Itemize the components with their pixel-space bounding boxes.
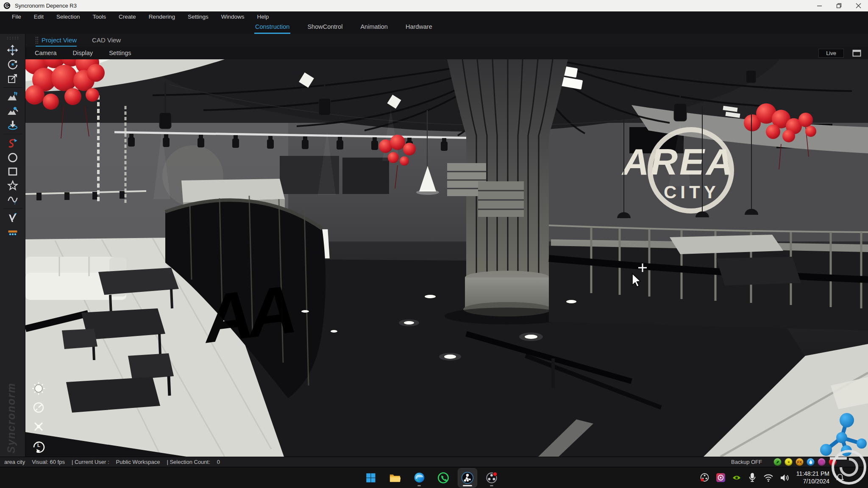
water-indicator[interactable] (807, 458, 815, 466)
restore-button[interactable] (829, 0, 849, 11)
menu-settings[interactable]: Settings (188, 14, 209, 20)
title-bar: Syncronorm Depence R3 (0, 0, 868, 11)
rectangle-tool-button[interactable] (5, 164, 21, 178)
fps-readout: Visual: 60 fps (32, 459, 65, 465)
menu-help[interactable]: Help (257, 14, 269, 20)
rotate-tool-button[interactable] (5, 57, 21, 71)
place-drop-tool-button[interactable] (5, 118, 21, 132)
menu-file[interactable]: File (12, 14, 21, 20)
whatsapp-button[interactable] (434, 469, 453, 487)
toolbar-separator (3, 208, 22, 209)
star-tool-button[interactable] (5, 178, 21, 192)
toolbar-grip[interactable] (6, 36, 19, 40)
running-indicator (490, 485, 493, 486)
toolbar-separator (3, 87, 22, 88)
close-button[interactable] (849, 0, 868, 11)
menu-selection[interactable]: Selection (56, 14, 80, 20)
scene-3d: AA AA (25, 59, 868, 457)
display-menu[interactable]: Display (73, 50, 93, 56)
settings-menu[interactable]: Settings (109, 50, 131, 56)
status-bar: area city Visual: 60 fps | Current User … (0, 457, 868, 467)
area-city-line1: AREA (621, 141, 734, 183)
tab-animation[interactable]: Animation (359, 23, 388, 34)
viewport-3d[interactable]: AA AA (25, 59, 868, 457)
running-indicator (417, 485, 421, 486)
menu-rendering[interactable]: Rendering (149, 14, 175, 20)
app-window: Syncronorm Depence R3 File Edit Selectio… (0, 0, 868, 488)
fx-indicator[interactable]: FX (796, 458, 804, 466)
selection-count-value: 0 (217, 459, 220, 465)
terrain-paint-tool-button[interactable] (5, 104, 21, 118)
minimize-button[interactable] (810, 0, 829, 11)
taskbar: 11:48:21 PM 7/10/2024 (0, 467, 868, 488)
window-title: Syncronorm Depence R3 (15, 3, 77, 9)
menu-create[interactable]: Create (119, 14, 136, 20)
nvidia-tray-icon[interactable] (732, 474, 741, 482)
workspace-name: Public Workspace (116, 459, 160, 465)
orbit-glyph: L (37, 443, 40, 448)
main-tab-bar: Construction ShowControl Animation Hardw… (0, 22, 868, 34)
tab-grip-icon (36, 37, 38, 44)
terrain-raise-tool-button[interactable] (5, 90, 21, 104)
circle-tool-button[interactable] (5, 150, 21, 164)
tab-cad-view[interactable]: CAD View (92, 36, 121, 47)
backup-status: Backup OFF (731, 459, 762, 465)
area-city-line2: CITY (664, 182, 720, 202)
obs-icon (486, 472, 498, 484)
wifi-icon[interactable] (763, 474, 773, 482)
selection-count-label: | Selection Count: (167, 459, 210, 465)
start-button[interactable] (362, 469, 380, 487)
menu-edit[interactable]: Edit (34, 14, 44, 20)
live-button[interactable]: Live (818, 49, 844, 58)
magenta-indicator[interactable] (818, 458, 826, 466)
whatsapp-icon (437, 472, 449, 484)
depence-app-button[interactable] (458, 469, 477, 487)
project-name: area city (4, 459, 25, 465)
clock-time: 11:48:21 PM (796, 470, 829, 478)
tab-project-view-label: Project View (42, 36, 77, 44)
spline-tool-button[interactable] (5, 136, 21, 150)
tab-construction[interactable]: Construction (254, 23, 290, 34)
recorder-tray-icon[interactable] (716, 473, 726, 482)
tab-showcontrol[interactable]: ShowControl (306, 23, 343, 34)
clock-date: 7/10/2024 (796, 478, 829, 485)
menu-bar: File Edit Selection Tools Create Renderi… (0, 11, 868, 22)
windows-start-icon (365, 472, 376, 483)
window-mode-icon[interactable] (852, 50, 861, 57)
edge-icon (413, 472, 425, 483)
taskbar-clock[interactable]: 11:48:21 PM 7/10/2024 (796, 470, 829, 485)
microphone-icon[interactable] (748, 473, 757, 482)
tab-project-view[interactable]: Project View (36, 36, 77, 47)
scene-indicator[interactable] (773, 458, 782, 466)
app-logo-icon (3, 2, 11, 9)
window-controls (810, 0, 868, 11)
syncronorm-watermark: Syncronorm (5, 383, 17, 453)
curve-function-tool-button[interactable]: f (5, 192, 21, 206)
file-explorer-button[interactable] (386, 469, 404, 487)
camera-menu[interactable]: Camera (35, 50, 57, 56)
view-tab-bar: Project View CAD View (25, 34, 868, 47)
depence-watermark-logo (828, 447, 868, 487)
truss-cart-tool-button[interactable] (5, 225, 21, 239)
obs-button[interactable] (482, 469, 501, 487)
taskbar-apps (362, 469, 501, 487)
volume-icon[interactable] (780, 474, 790, 482)
active-indicator (463, 485, 472, 486)
move-tool-button[interactable] (5, 43, 21, 57)
tab-hardware[interactable]: Hardware (405, 23, 433, 34)
marker-tool-button[interactable] (5, 211, 21, 225)
viewport-toolbar: Camera Display Settings Live (25, 47, 868, 59)
menu-windows[interactable]: Windows (221, 14, 245, 20)
folder-icon (389, 472, 401, 483)
railing-monogram: AA (198, 271, 296, 357)
obs-tray-icon[interactable] (700, 473, 709, 482)
left-toolbar: f Syncronorm (0, 34, 25, 457)
tab-cad-view-label: CAD View (92, 36, 121, 44)
toolbar-separator (3, 134, 22, 134)
menu-tools[interactable]: Tools (93, 14, 106, 20)
sun-indicator[interactable] (785, 458, 793, 466)
edge-button[interactable] (410, 469, 428, 487)
notification-dot (493, 472, 497, 476)
depence-icon (461, 471, 474, 484)
transform-out-tool-button[interactable] (5, 71, 21, 85)
